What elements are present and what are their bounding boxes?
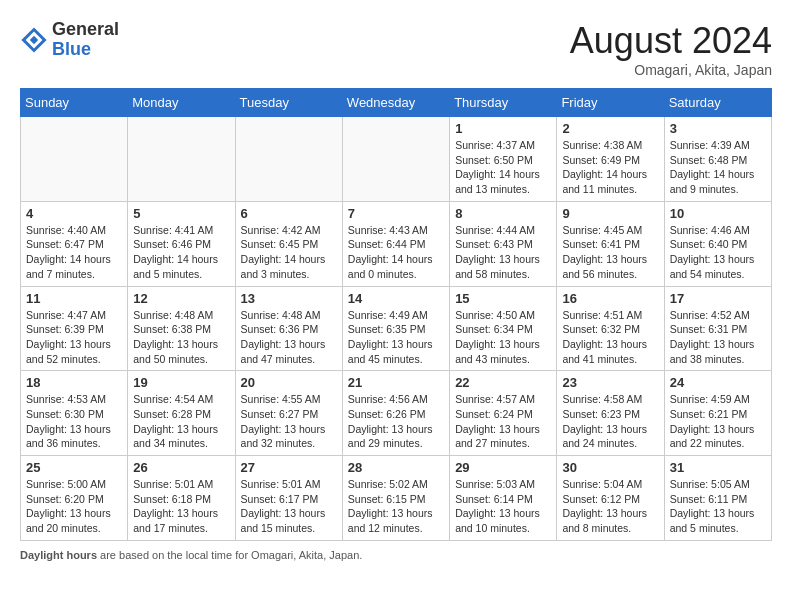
day-number: 14 [348, 291, 444, 306]
logo: General Blue [20, 20, 119, 60]
day-info: Sunrise: 4:55 AM Sunset: 6:27 PM Dayligh… [241, 392, 337, 451]
calendar-cell: 5Sunrise: 4:41 AM Sunset: 6:46 PM Daylig… [128, 201, 235, 286]
location: Omagari, Akita, Japan [570, 62, 772, 78]
day-info: Sunrise: 4:49 AM Sunset: 6:35 PM Dayligh… [348, 308, 444, 367]
calendar-cell: 31Sunrise: 5:05 AM Sunset: 6:11 PM Dayli… [664, 456, 771, 541]
day-info: Sunrise: 4:51 AM Sunset: 6:32 PM Dayligh… [562, 308, 658, 367]
day-info: Sunrise: 4:37 AM Sunset: 6:50 PM Dayligh… [455, 138, 551, 197]
day-number: 9 [562, 206, 658, 221]
day-number: 25 [26, 460, 122, 475]
calendar-cell: 27Sunrise: 5:01 AM Sunset: 6:17 PM Dayli… [235, 456, 342, 541]
calendar-day-header: Sunday [21, 89, 128, 117]
day-info: Sunrise: 4:57 AM Sunset: 6:24 PM Dayligh… [455, 392, 551, 451]
day-number: 31 [670, 460, 766, 475]
day-number: 4 [26, 206, 122, 221]
calendar-cell: 9Sunrise: 4:45 AM Sunset: 6:41 PM Daylig… [557, 201, 664, 286]
day-number: 15 [455, 291, 551, 306]
calendar-cell: 10Sunrise: 4:46 AM Sunset: 6:40 PM Dayli… [664, 201, 771, 286]
day-number: 30 [562, 460, 658, 475]
calendar-cell [128, 117, 235, 202]
day-number: 29 [455, 460, 551, 475]
day-info: Sunrise: 4:50 AM Sunset: 6:34 PM Dayligh… [455, 308, 551, 367]
calendar-week-row: 11Sunrise: 4:47 AM Sunset: 6:39 PM Dayli… [21, 286, 772, 371]
day-info: Sunrise: 4:52 AM Sunset: 6:31 PM Dayligh… [670, 308, 766, 367]
day-number: 23 [562, 375, 658, 390]
calendar-cell: 14Sunrise: 4:49 AM Sunset: 6:35 PM Dayli… [342, 286, 449, 371]
day-number: 21 [348, 375, 444, 390]
day-number: 24 [670, 375, 766, 390]
calendar-cell: 16Sunrise: 4:51 AM Sunset: 6:32 PM Dayli… [557, 286, 664, 371]
footer: Daylight hours are based on the local ti… [20, 549, 772, 561]
day-number: 16 [562, 291, 658, 306]
day-info: Sunrise: 5:01 AM Sunset: 6:18 PM Dayligh… [133, 477, 229, 536]
day-info: Sunrise: 4:47 AM Sunset: 6:39 PM Dayligh… [26, 308, 122, 367]
day-info: Sunrise: 4:58 AM Sunset: 6:23 PM Dayligh… [562, 392, 658, 451]
calendar-week-row: 1Sunrise: 4:37 AM Sunset: 6:50 PM Daylig… [21, 117, 772, 202]
day-number: 2 [562, 121, 658, 136]
calendar-cell: 26Sunrise: 5:01 AM Sunset: 6:18 PM Dayli… [128, 456, 235, 541]
title-block: August 2024 Omagari, Akita, Japan [570, 20, 772, 78]
page-header: General Blue August 2024 Omagari, Akita,… [20, 20, 772, 78]
day-number: 27 [241, 460, 337, 475]
day-info: Sunrise: 5:05 AM Sunset: 6:11 PM Dayligh… [670, 477, 766, 536]
calendar-cell: 8Sunrise: 4:44 AM Sunset: 6:43 PM Daylig… [450, 201, 557, 286]
day-number: 26 [133, 460, 229, 475]
day-info: Sunrise: 4:45 AM Sunset: 6:41 PM Dayligh… [562, 223, 658, 282]
calendar-cell [235, 117, 342, 202]
calendar-cell: 12Sunrise: 4:48 AM Sunset: 6:38 PM Dayli… [128, 286, 235, 371]
day-number: 20 [241, 375, 337, 390]
day-number: 8 [455, 206, 551, 221]
footer-description: are based on the local time for Omagari,… [97, 549, 362, 561]
calendar-cell: 30Sunrise: 5:04 AM Sunset: 6:12 PM Dayli… [557, 456, 664, 541]
logo-icon [20, 26, 48, 54]
day-number: 6 [241, 206, 337, 221]
calendar-week-row: 25Sunrise: 5:00 AM Sunset: 6:20 PM Dayli… [21, 456, 772, 541]
day-info: Sunrise: 5:01 AM Sunset: 6:17 PM Dayligh… [241, 477, 337, 536]
day-info: Sunrise: 5:04 AM Sunset: 6:12 PM Dayligh… [562, 477, 658, 536]
day-info: Sunrise: 4:44 AM Sunset: 6:43 PM Dayligh… [455, 223, 551, 282]
day-info: Sunrise: 4:48 AM Sunset: 6:38 PM Dayligh… [133, 308, 229, 367]
calendar-header-row: SundayMondayTuesdayWednesdayThursdayFrid… [21, 89, 772, 117]
calendar-day-header: Tuesday [235, 89, 342, 117]
calendar-cell [21, 117, 128, 202]
day-number: 12 [133, 291, 229, 306]
day-info: Sunrise: 4:41 AM Sunset: 6:46 PM Dayligh… [133, 223, 229, 282]
calendar-cell: 28Sunrise: 5:02 AM Sunset: 6:15 PM Dayli… [342, 456, 449, 541]
calendar-table: SundayMondayTuesdayWednesdayThursdayFrid… [20, 88, 772, 541]
logo-text: General Blue [52, 20, 119, 60]
calendar-day-header: Thursday [450, 89, 557, 117]
calendar-cell: 15Sunrise: 4:50 AM Sunset: 6:34 PM Dayli… [450, 286, 557, 371]
day-info: Sunrise: 4:42 AM Sunset: 6:45 PM Dayligh… [241, 223, 337, 282]
calendar-cell [342, 117, 449, 202]
calendar-cell: 6Sunrise: 4:42 AM Sunset: 6:45 PM Daylig… [235, 201, 342, 286]
day-info: Sunrise: 4:54 AM Sunset: 6:28 PM Dayligh… [133, 392, 229, 451]
day-info: Sunrise: 5:00 AM Sunset: 6:20 PM Dayligh… [26, 477, 122, 536]
day-info: Sunrise: 4:56 AM Sunset: 6:26 PM Dayligh… [348, 392, 444, 451]
calendar-cell: 20Sunrise: 4:55 AM Sunset: 6:27 PM Dayli… [235, 371, 342, 456]
day-number: 22 [455, 375, 551, 390]
day-info: Sunrise: 4:53 AM Sunset: 6:30 PM Dayligh… [26, 392, 122, 451]
calendar-body: 1Sunrise: 4:37 AM Sunset: 6:50 PM Daylig… [21, 117, 772, 541]
day-number: 5 [133, 206, 229, 221]
calendar-cell: 25Sunrise: 5:00 AM Sunset: 6:20 PM Dayli… [21, 456, 128, 541]
calendar-cell: 13Sunrise: 4:48 AM Sunset: 6:36 PM Dayli… [235, 286, 342, 371]
day-info: Sunrise: 4:40 AM Sunset: 6:47 PM Dayligh… [26, 223, 122, 282]
day-number: 11 [26, 291, 122, 306]
day-number: 18 [26, 375, 122, 390]
day-number: 1 [455, 121, 551, 136]
day-info: Sunrise: 4:38 AM Sunset: 6:49 PM Dayligh… [562, 138, 658, 197]
day-info: Sunrise: 4:46 AM Sunset: 6:40 PM Dayligh… [670, 223, 766, 282]
calendar-cell: 11Sunrise: 4:47 AM Sunset: 6:39 PM Dayli… [21, 286, 128, 371]
calendar-cell: 2Sunrise: 4:38 AM Sunset: 6:49 PM Daylig… [557, 117, 664, 202]
calendar-week-row: 4Sunrise: 4:40 AM Sunset: 6:47 PM Daylig… [21, 201, 772, 286]
day-info: Sunrise: 4:39 AM Sunset: 6:48 PM Dayligh… [670, 138, 766, 197]
calendar-cell: 19Sunrise: 4:54 AM Sunset: 6:28 PM Dayli… [128, 371, 235, 456]
calendar-cell: 4Sunrise: 4:40 AM Sunset: 6:47 PM Daylig… [21, 201, 128, 286]
calendar-cell: 18Sunrise: 4:53 AM Sunset: 6:30 PM Dayli… [21, 371, 128, 456]
day-number: 3 [670, 121, 766, 136]
day-info: Sunrise: 5:03 AM Sunset: 6:14 PM Dayligh… [455, 477, 551, 536]
calendar-day-header: Wednesday [342, 89, 449, 117]
day-number: 28 [348, 460, 444, 475]
calendar-cell: 3Sunrise: 4:39 AM Sunset: 6:48 PM Daylig… [664, 117, 771, 202]
calendar-cell: 29Sunrise: 5:03 AM Sunset: 6:14 PM Dayli… [450, 456, 557, 541]
